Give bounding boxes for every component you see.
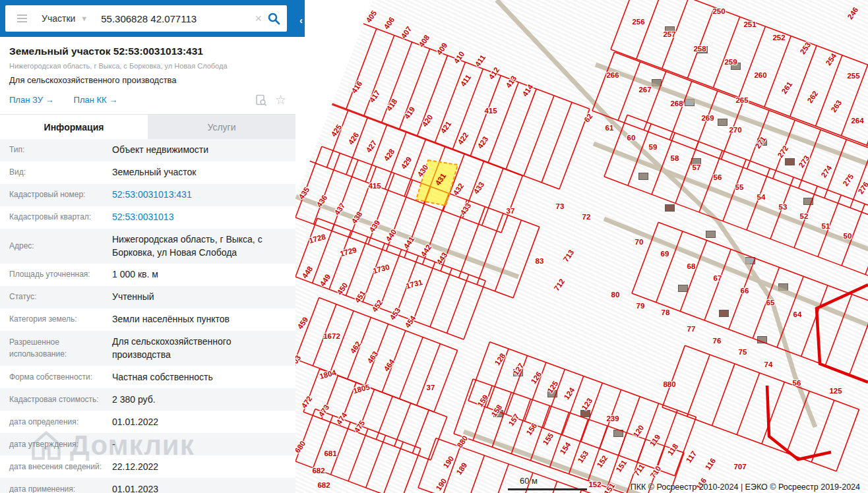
info-row-value: Земли населённых пунктов (112, 308, 230, 331)
favorite-star-icon[interactable]: ☆ (275, 92, 286, 107)
parcel-label[interactable]: 67 (714, 274, 722, 282)
object-info-panel: Земельный участок 52:53:0031013:431 Ниже… (0, 37, 295, 493)
search-icon[interactable] (267, 12, 280, 25)
parcel-label[interactable]: 255 (847, 72, 859, 80)
info-row: Кадастровая стоимость:2 380 руб. (0, 388, 295, 411)
parcel-label[interactable]: 270 (729, 126, 741, 134)
parcel-label[interactable]: 264 (851, 117, 863, 125)
parcel-label[interactable]: 707 (733, 463, 746, 471)
info-row-value-link[interactable]: 52:53:0031013 (112, 206, 173, 229)
parcel-label[interactable]: 258 (693, 45, 706, 53)
parcel-label[interactable]: 259 (724, 58, 737, 66)
info-row-value: 01.01.2023 (112, 478, 158, 493)
parcel-label[interactable]: 239 (606, 415, 619, 422)
parcel-label[interactable]: 55 (735, 183, 744, 191)
parcel-label[interactable]: 265 (735, 96, 748, 104)
parcel-label[interactable]: 256 (632, 18, 644, 26)
parcel-label[interactable]: 75 (739, 348, 747, 356)
info-row-value: Учтенный (112, 286, 154, 308)
parcel-label[interactable]: 252 (772, 34, 785, 42)
parcel-label[interactable]: 266 (606, 71, 619, 79)
parcel-label[interactable]: 76 (713, 337, 722, 345)
parcel-label[interactable]: 250 (712, 7, 725, 15)
info-row: Адрес:Нижегородская область, г Выкса, с … (0, 229, 295, 264)
menu-icon[interactable] (17, 13, 27, 24)
parcel-label[interactable]: 37 (427, 384, 435, 392)
info-row: дата внесения сведений:22.12.2022 (0, 455, 295, 478)
parcel-label[interactable]: 60 (627, 134, 636, 142)
parcel-label[interactable]: 57 (693, 163, 701, 171)
info-row: Кадастровый номер:52:53:0031013:431 (0, 184, 295, 206)
parcel-label[interactable]: 83 (536, 257, 544, 265)
search-category-dropdown[interactable]: Участки ▼ (42, 13, 88, 24)
info-row-label: дата утверждения: (9, 434, 112, 455)
info-row-value: 01.01.2022 (112, 411, 158, 434)
info-row: Категория земель:Земли населённых пункто… (0, 308, 295, 331)
info-row-label: дата применения: (9, 478, 112, 493)
parcel-label[interactable]: 65 (766, 299, 775, 306)
quarter-border (767, 285, 868, 459)
parcel-label[interactable]: 251 (743, 20, 756, 28)
parcel-label[interactable]: 64 (793, 310, 802, 318)
info-row-label: Кадастровая стоимость: (9, 389, 112, 411)
parcel-label[interactable]: 53 (779, 203, 788, 211)
parcel-label[interactable]: 54 (757, 193, 766, 201)
parcel-label[interactable]: 79 (636, 302, 645, 310)
parcel-label[interactable]: 269 (701, 114, 714, 122)
parcel-label[interactable]: 880 (663, 380, 675, 388)
parcel-label[interactable]: 61 (605, 124, 614, 132)
parcel-label[interactable]: 682 (312, 467, 325, 475)
document-search-icon[interactable] (255, 94, 267, 106)
tab-information[interactable]: Информация (0, 115, 148, 139)
parcel-label[interactable]: 260 (754, 71, 766, 79)
parcel-label[interactable]: 267 (638, 86, 651, 94)
info-row-value-link[interactable]: 52:53:0031013:431 (112, 184, 192, 206)
info-row-value: 1 000 кв. м (112, 264, 158, 286)
parcel-label[interactable]: 37 (507, 207, 515, 215)
parcel-label[interactable]: 415 (368, 182, 381, 190)
parcel-label[interactable]: 152 (588, 480, 601, 488)
parcel-label[interactable]: 268 (670, 100, 683, 107)
parcel-label[interactable]: 681 (324, 450, 336, 457)
parcel-label[interactable]: 52 (800, 212, 809, 220)
parcel-label[interactable]: 69 (661, 250, 669, 258)
parcel-label[interactable]: 73 (556, 202, 565, 210)
object-usage: Для сельскохозяйственного производства (9, 75, 286, 85)
parcel-label[interactable]: 78 (662, 308, 670, 316)
parcel-label[interactable]: 257 (663, 30, 675, 38)
object-header: Земельный участок 52:53:0031013:431 Ниже… (0, 37, 295, 114)
parcel-label[interactable]: 682 (317, 481, 330, 489)
tab-services[interactable]: Услуги (148, 115, 295, 139)
parcel-label[interactable]: 58 (671, 154, 679, 162)
parcel-label[interactable]: 1672 (323, 332, 340, 340)
plan-zu-link[interactable]: План ЗУ → (9, 95, 54, 105)
clear-search-icon[interactable]: × (255, 12, 262, 26)
search-input[interactable] (100, 13, 249, 25)
info-row-value: Для сельскохозяйственного производства (112, 331, 286, 366)
search-category-label: Участки (42, 13, 75, 24)
satellite-map[interactable]: 4854054064074084094104114114124134144154… (295, 0, 868, 493)
parcel-label[interactable]: 125 (829, 387, 842, 395)
plan-kk-link[interactable]: План КК → (74, 95, 118, 105)
info-row: дата утверждения:- (0, 433, 295, 455)
parcel-label[interactable]: 50 (844, 232, 852, 240)
parcel-label[interactable]: 68 (687, 262, 696, 270)
parcel-label[interactable]: 74 (764, 361, 773, 368)
parcel-label[interactable]: 70 (635, 238, 644, 246)
parcel-label[interactable]: 80 (611, 291, 620, 299)
parcel-label[interactable]: 56 (714, 173, 722, 181)
parcel-label[interactable]: 56 (793, 379, 801, 387)
collapse-panel-button[interactable]: ‹ (299, 14, 303, 26)
parcel-label[interactable]: 72 (582, 213, 591, 221)
parcel-label[interactable]: 415 (484, 107, 497, 115)
parcel-label[interactable]: 51 (822, 222, 830, 230)
parcel-label[interactable]: 59 (649, 143, 658, 151)
info-row-label: Разрешенное использование: (9, 332, 112, 365)
info-row-label: Вид: (9, 161, 112, 183)
info-row-label: дата определения: (9, 411, 112, 433)
info-row-label: дата внесения сведений: (9, 456, 112, 478)
parcel-label[interactable]: 77 (687, 325, 696, 333)
info-row-value: Частная собственность (112, 366, 213, 389)
parcel-label[interactable]: 66 (741, 287, 749, 295)
info-row: Разрешенное использование:Для сельскохоз… (0, 331, 295, 366)
